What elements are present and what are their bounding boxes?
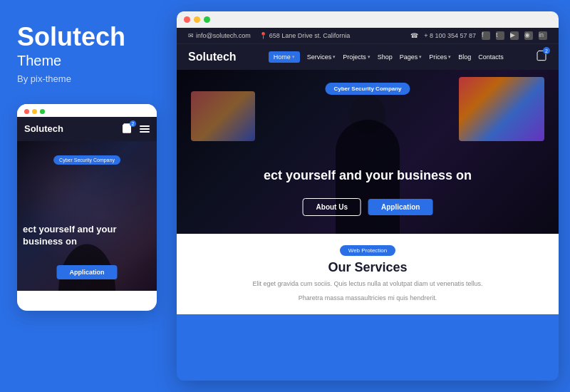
brand-by: By pix-theme <box>17 73 154 84</box>
mobile-dot-red <box>24 109 29 114</box>
twitter-icon[interactable]: t <box>496 31 504 40</box>
topbar-address: 📍 658 Lane Drive st. California <box>259 32 351 39</box>
pages-chevron: ▾ <box>419 54 422 60</box>
prices-chevron: ▾ <box>448 54 451 60</box>
hero-cyber-badge: Cyber Security Company <box>325 83 410 95</box>
site-topbar: ✉ info@solutech.com 📍 658 Lane Drive st.… <box>177 28 559 43</box>
mobile-mockup: Solutech 2 Cyber Security Company ect yo… <box>17 104 157 311</box>
youtube-icon[interactable]: ▶ <box>510 31 519 40</box>
nav-shop[interactable]: Shop <box>378 53 393 61</box>
hero-text: ect yourself and your business on <box>205 168 530 184</box>
site-navbar: Solutech Home ▾ Services ▾ Projects ▾ Sh… <box>177 43 559 70</box>
location-icon: 📍 <box>259 32 267 39</box>
linkedin-icon[interactable]: in <box>539 31 547 40</box>
browser-content: ✉ info@solutech.com 📍 658 Lane Drive st.… <box>177 28 559 381</box>
site-hero: Cyber Security Company ect yourself and … <box>177 70 559 234</box>
left-panel: Solutech Theme By pix-theme Solutech 2 <box>0 0 171 392</box>
nav-home[interactable]: Home ▾ <box>269 51 300 63</box>
application-button[interactable]: Application <box>368 199 432 215</box>
browser-window: ✉ info@solutech.com 📍 658 Lane Drive st.… <box>177 11 559 381</box>
email-icon: ✉ <box>188 32 194 39</box>
services-chevron: ▾ <box>333 54 336 60</box>
mobile-nav-logo: Solutech <box>24 123 63 134</box>
topbar-left: ✉ info@solutech.com 📍 658 Lane Drive st.… <box>188 32 350 39</box>
brand-title: Solutech <box>17 23 154 51</box>
mobile-dot-yellow <box>32 109 37 114</box>
mobile-nav: Solutech 2 <box>17 117 157 141</box>
hero-buttons: About Us Application <box>303 198 433 216</box>
mobile-nav-right: 2 <box>121 123 150 135</box>
browser-dot-yellow <box>194 16 200 23</box>
site-logo: Solutech <box>188 51 237 63</box>
nav-projects[interactable]: Projects ▾ <box>343 53 370 61</box>
mobile-application-button[interactable]: Application <box>57 265 118 279</box>
home-chevron: ▾ <box>292 54 295 60</box>
topbar-right: ☎ + 8 100 354 57 87 f t ▶ ◉ in <box>410 31 547 40</box>
browser-dot-red <box>184 16 190 23</box>
phone-icon: ☎ <box>410 32 418 39</box>
nav-contacts[interactable]: Contacts <box>478 53 504 61</box>
mobile-hamburger-icon[interactable] <box>140 125 150 133</box>
right-panel: ✉ info@solutech.com 📍 658 Lane Drive st.… <box>171 0 570 392</box>
mobile-cart-icon[interactable]: 2 <box>121 123 134 135</box>
mobile-cyber-badge: Cyber Security Company <box>53 155 120 165</box>
nav-blog[interactable]: Blog <box>458 53 471 61</box>
topbar-email: ✉ info@solutech.com <box>188 32 251 39</box>
mobile-cart-badge: 2 <box>130 120 136 127</box>
services-title: Our Services <box>328 260 407 275</box>
instagram-icon[interactable]: ◉ <box>524 31 533 40</box>
site-nav-links: Home ▾ Services ▾ Projects ▾ Shop Pages … <box>269 51 504 63</box>
nav-prices[interactable]: Prices ▾ <box>429 53 451 61</box>
projects-chevron: ▾ <box>368 54 370 60</box>
browser-chrome <box>177 11 559 28</box>
nav-services[interactable]: Services ▾ <box>307 53 336 61</box>
brand-subtitle: Theme <box>17 53 154 69</box>
site-cart-badge: 2 <box>543 47 550 54</box>
mobile-hero-text: ect yourself and your business on <box>23 224 151 248</box>
hero-monitor-left <box>191 91 255 141</box>
facebook-icon[interactable]: f <box>482 31 490 40</box>
mobile-dot-green <box>40 109 45 114</box>
about-us-button[interactable]: About Us <box>303 198 361 216</box>
mobile-hero: Cyber Security Company ect yourself and … <box>17 141 157 291</box>
services-description-2: Pharetra massa massaultricies mi quis he… <box>299 294 437 304</box>
site-cart-button[interactable]: 2 <box>536 50 547 64</box>
services-section: Web Protection Our Services Elit eget gr… <box>177 234 559 314</box>
browser-dot-green <box>204 16 210 23</box>
hero-monitor-right <box>459 77 544 141</box>
mobile-top-bar <box>17 104 157 117</box>
services-badge: Web Protection <box>340 245 396 256</box>
services-description-1: Elit eget gravida cum sociis. Quis lectu… <box>252 279 482 289</box>
nav-pages[interactable]: Pages ▾ <box>400 53 423 61</box>
